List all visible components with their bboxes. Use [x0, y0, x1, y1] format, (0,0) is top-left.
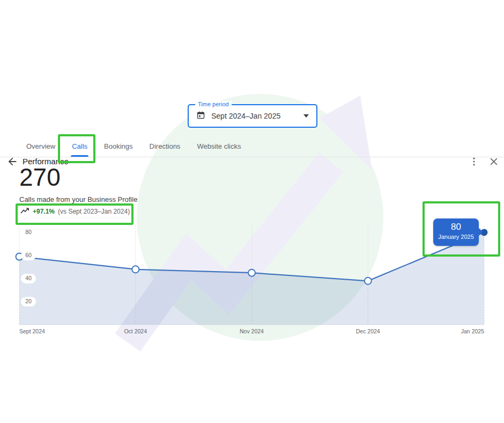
- calendar-icon: [196, 111, 205, 122]
- performance-page: { "header": { "title": "Performance", "b…: [0, 0, 504, 423]
- tooltip-pointer: [478, 228, 483, 236]
- caret-down-icon: [303, 114, 309, 118]
- back-button[interactable]: [5, 155, 19, 169]
- tab-label: Calls: [72, 142, 87, 150]
- tab-bookings[interactable]: Bookings: [103, 137, 134, 156]
- calls-line-chart[interactable]: 20406080Sept 2024Oct 2024Nov 2024Dec 202…: [0, 223, 504, 344]
- tabs-row: OverviewCallsBookingsDirectionsWebsite c…: [0, 136, 504, 157]
- tab-label: Directions: [150, 142, 181, 150]
- tab-website-clicks[interactable]: Website clicks: [196, 137, 242, 156]
- close-button[interactable]: [487, 155, 501, 169]
- more-options-button[interactable]: [468, 155, 480, 169]
- close-x-icon: [488, 156, 499, 169]
- tooltip-label: January 2025: [433, 234, 479, 240]
- chart-xtick-label: Oct 2024: [124, 328, 147, 334]
- tab-directions[interactable]: Directions: [149, 137, 182, 156]
- chart-ytick-label: 40: [25, 275, 32, 281]
- chart-point[interactable]: [132, 266, 139, 273]
- chart-point[interactable]: [248, 269, 255, 276]
- chart-ytick-label: 80: [25, 229, 32, 235]
- tab-overview[interactable]: Overview: [25, 137, 56, 156]
- arrow-left-icon: [6, 156, 18, 169]
- delta-percent: +97.1%: [33, 208, 55, 215]
- chart-xtick-label: Sept 2024: [19, 328, 45, 334]
- chart-xtick-label: Jan 2025: [461, 328, 484, 334]
- chart-tooltip: 80 January 2025: [433, 218, 479, 246]
- chart-ytick-label: 60: [25, 252, 32, 258]
- tab-calls[interactable]: Calls: [71, 137, 88, 156]
- chart-area: [19, 232, 484, 325]
- selected-tab-indicator: [71, 155, 88, 157]
- tabs-divider: [0, 157, 504, 157]
- time-period-value: Sept 2024–Jan 2025: [211, 112, 298, 120]
- delta-row: +97.1% (vs Sept 2023–Jan 2024): [20, 207, 130, 216]
- delta-comparison: (vs Sept 2023–Jan 2024): [58, 208, 130, 215]
- chart-xtick-label: Dec 2024: [356, 328, 380, 334]
- time-period-selector[interactable]: Time period Sept 2024–Jan 2025: [188, 104, 317, 128]
- trending-up-icon: [20, 207, 29, 216]
- app-bar: Performance: [0, 75, 504, 99]
- chart-point[interactable]: [365, 278, 372, 285]
- chart-ytick-label: 20: [25, 298, 32, 304]
- time-period-label: Time period: [195, 101, 232, 107]
- tooltip-value: 80: [433, 222, 479, 232]
- tab-label: Website clicks: [197, 142, 241, 150]
- metric-total-calls: 270: [19, 164, 61, 191]
- tab-label: Bookings: [104, 142, 132, 150]
- kebab-menu-icon: [469, 156, 479, 169]
- metric-description: Calls made from your Business Profile: [19, 195, 137, 203]
- chart-xtick-label: Nov 2024: [240, 328, 264, 334]
- tab-label: Overview: [26, 142, 55, 150]
